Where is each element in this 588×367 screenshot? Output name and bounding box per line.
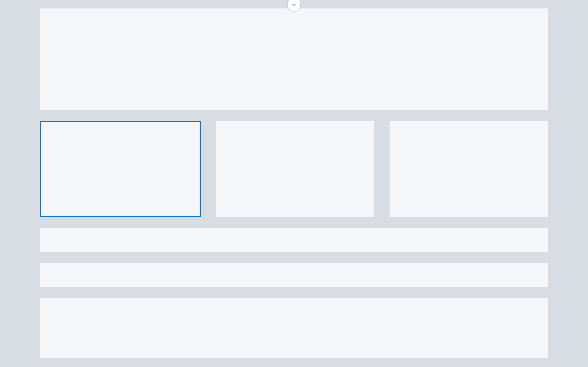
card-2[interactable]	[216, 121, 374, 217]
chevron-down-icon	[291, 1, 297, 8]
hero-panel[interactable]	[40, 8, 548, 110]
card-1[interactable]	[40, 121, 201, 217]
main-container	[40, 0, 548, 358]
cards-row	[40, 121, 548, 217]
row-panel-2[interactable]	[40, 263, 548, 287]
row-panel-3[interactable]	[40, 298, 548, 358]
card-3[interactable]	[389, 121, 548, 217]
row-panel-1[interactable]	[40, 228, 548, 252]
